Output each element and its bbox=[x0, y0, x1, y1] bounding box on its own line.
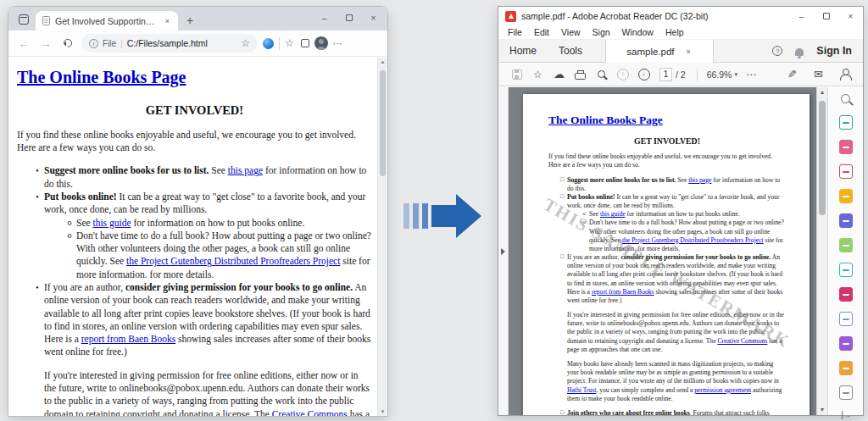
create-pdf-icon[interactable] bbox=[839, 164, 853, 179]
print-icon[interactable] bbox=[570, 69, 591, 80]
doc-title-link[interactable]: The Online Books Page bbox=[548, 114, 663, 126]
sub-list-item-body: Don't have time to do a full book? How a… bbox=[589, 219, 786, 253]
acrobat-close-button[interactable]: × bbox=[838, 7, 863, 25]
scroll-down-icon[interactable]: ▼ bbox=[378, 409, 387, 414]
tab-document[interactable]: sample.pdf × bbox=[605, 40, 714, 63]
organize-pages-icon[interactable] bbox=[839, 238, 853, 252]
comment-icon[interactable] bbox=[839, 189, 853, 203]
share-email-icon[interactable]: ✉ bbox=[808, 68, 829, 80]
address-bar[interactable]: i File | C:/Files/sample.html ☆ bbox=[81, 34, 258, 53]
url-text[interactable]: C:/Files/sample.html bbox=[127, 38, 208, 48]
doc-link[interactable]: report from Baen Books bbox=[592, 288, 654, 296]
sub-bullet-marker: o bbox=[63, 217, 76, 228]
list-item-body: Put books online! It can be a great way … bbox=[567, 193, 786, 253]
sub-bullet-marker: o bbox=[63, 230, 76, 241]
sign-in-button[interactable]: Sign In bbox=[816, 45, 852, 57]
fill-sign-icon[interactable] bbox=[839, 287, 853, 302]
doc-link[interactable]: this guide bbox=[600, 210, 626, 218]
doc-link[interactable]: the Project Gutenberg Distributed Proofr… bbox=[126, 256, 340, 266]
acrobat-minimize-button[interactable]: – bbox=[789, 7, 814, 25]
doc-link[interactable]: report from Baen Books bbox=[81, 334, 175, 344]
acrobat-window-title: sample.pdf - Adobe Acrobat Reader DC (32… bbox=[521, 11, 709, 21]
document-tab-close-icon[interactable]: × bbox=[685, 46, 693, 58]
new-tab-button[interactable]: + bbox=[186, 14, 193, 27]
upload-cloud-icon[interactable]: ☁ bbox=[548, 69, 570, 80]
scroll-up-icon[interactable]: ▲ bbox=[378, 59, 387, 64]
menu-file[interactable]: File bbox=[502, 27, 528, 37]
doc-link[interactable]: Creative Commons bbox=[717, 337, 767, 345]
tab-tools[interactable]: Tools bbox=[548, 40, 593, 62]
combine-files-icon[interactable] bbox=[839, 213, 853, 228]
doc-title-link[interactable]: The Online Books Page bbox=[17, 68, 186, 86]
add-favorite-icon[interactable]: ☆ bbox=[241, 38, 250, 48]
doc-link[interactable]: this page bbox=[228, 165, 263, 175]
refresh-icon[interactable] bbox=[62, 37, 74, 49]
settings-more-icon[interactable]: ⋯ bbox=[333, 38, 343, 49]
doc-text: If you find these online books enjoyable… bbox=[17, 130, 356, 152]
doc-link[interactable]: the Project Gutenberg Distributed Proofr… bbox=[622, 236, 764, 244]
pdf-scrollbar-thumb[interactable] bbox=[819, 101, 826, 215]
doc-link[interactable]: permission agreement bbox=[694, 386, 751, 394]
browser-scrollbar[interactable]: ▲ ▼ bbox=[377, 58, 387, 416]
expand-pane-icon[interactable] bbox=[501, 248, 505, 255]
maximize-button[interactable] bbox=[337, 7, 361, 29]
doc-link[interactable]: Creative Commons bbox=[272, 409, 348, 417]
menu-window[interactable]: Window bbox=[616, 27, 659, 37]
save-icon[interactable] bbox=[506, 69, 527, 80]
fill-sign-pen-icon[interactable]: ✎ bbox=[782, 68, 803, 80]
minimize-button[interactable]: – bbox=[312, 7, 337, 29]
notifications-bell-icon[interactable] bbox=[795, 48, 804, 56]
doc-link[interactable]: Hathi Trust bbox=[567, 386, 596, 394]
browser-tab[interactable]: Get Involved Supporting Online × bbox=[36, 11, 178, 30]
previous-page-icon[interactable]: ↑ bbox=[612, 69, 633, 80]
page-number-input[interactable]: 1 bbox=[659, 68, 672, 81]
profile-avatar[interactable] bbox=[314, 36, 328, 50]
tab-home[interactable]: Home bbox=[498, 40, 548, 62]
forward-icon[interactable]: → bbox=[37, 38, 54, 49]
favorites-icon[interactable]: ☆ bbox=[285, 38, 294, 48]
zoom-level-value[interactable]: 66.9% bbox=[707, 69, 732, 80]
page-info-icon[interactable]: i bbox=[89, 39, 98, 48]
sign-icon[interactable] bbox=[839, 336, 853, 351]
more-tools-menu-icon[interactable]: ⋯ bbox=[741, 69, 762, 80]
list-item-body: Suggest more online books for us to list… bbox=[44, 164, 372, 191]
menu-help[interactable]: Help bbox=[659, 27, 690, 37]
doc-link[interactable]: this guide bbox=[92, 218, 131, 228]
desktop: Get Involved Supporting Online × + – × ←… bbox=[0, 0, 868, 421]
sub-bullet-marker: o bbox=[579, 210, 589, 218]
navigation-pane-strip[interactable] bbox=[498, 87, 509, 415]
pdf-scroll-down-icon[interactable]: ▼ bbox=[817, 407, 827, 413]
tab-close-icon[interactable]: × bbox=[164, 15, 171, 27]
list-item: □Put books online! It can be a great way… bbox=[557, 193, 786, 253]
tab-actions-icon[interactable] bbox=[19, 14, 29, 25]
doc-link[interactable]: this page bbox=[688, 176, 711, 184]
doc-text: consider giving permission for your book… bbox=[125, 282, 353, 292]
scrollbar-thumb[interactable] bbox=[380, 70, 386, 176]
stamp-icon[interactable] bbox=[839, 361, 853, 375]
copilot-icon[interactable] bbox=[263, 38, 274, 49]
pdf-scrollbar[interactable]: ▲ ▼ bbox=[816, 87, 827, 415]
menu-view[interactable]: View bbox=[555, 27, 587, 37]
next-page-icon[interactable]: ↓ bbox=[633, 69, 654, 80]
back-icon[interactable]: ← bbox=[15, 38, 32, 49]
export-pdf-icon[interactable] bbox=[839, 115, 853, 130]
protect-pdf-icon[interactable] bbox=[839, 312, 853, 326]
favorite-tool-icon[interactable]: ☆ bbox=[527, 69, 548, 80]
more-tools-icon[interactable] bbox=[839, 385, 853, 400]
menu-edit[interactable]: Edit bbox=[528, 27, 555, 37]
acrobat-maximize-button[interactable] bbox=[814, 7, 838, 25]
help-icon[interactable]: ? bbox=[772, 46, 782, 56]
share-people-icon[interactable] bbox=[834, 69, 855, 80]
pdf-scroll-up-icon[interactable]: ▲ bbox=[817, 89, 827, 95]
collections-icon[interactable] bbox=[301, 39, 309, 47]
doc-heading: GET INVOLVED! bbox=[17, 102, 372, 119]
close-button[interactable]: × bbox=[361, 7, 386, 29]
edit-pdf-icon[interactable] bbox=[839, 140, 853, 154]
menu-sign[interactable]: Sign bbox=[587, 27, 616, 37]
zoom-dropdown-icon[interactable]: ▾ bbox=[734, 71, 737, 78]
url-scheme-label: File bbox=[103, 39, 116, 48]
collapse-panel-icon[interactable]: |→ bbox=[841, 410, 850, 419]
search-icon[interactable] bbox=[591, 70, 612, 78]
compress-pdf-icon[interactable] bbox=[839, 263, 853, 277]
search-tools-icon[interactable] bbox=[841, 94, 850, 103]
